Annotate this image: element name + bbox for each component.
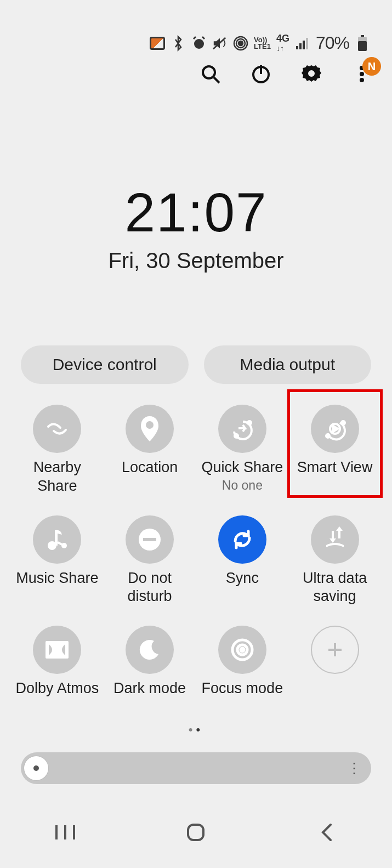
tile-location[interactable]: Location [104,400,196,500]
tile-music-share[interactable]: Music Share [11,511,104,611]
account-badge: N [362,57,381,76]
clock-block: 21:07 Fri, 30 September [0,181,392,273]
svg-point-22 [235,434,238,438]
svg-point-21 [248,421,251,424]
quick-share-icon [229,415,256,442]
svg-rect-41 [188,825,203,840]
svg-line-29 [58,542,64,546]
volte-icon: Vo)) LTE1 [254,37,271,49]
navigation-bar [0,813,392,852]
tile-add[interactable] [288,621,381,702]
svg-point-16 [308,70,315,77]
music-share-icon [44,527,70,552]
mute-vibrate-icon [212,36,228,51]
nav-home[interactable] [174,819,218,846]
svg-rect-7 [303,41,305,49]
search-button[interactable] [197,60,224,88]
tile-label: Sync [226,569,259,588]
dark-mode-icon [138,638,162,662]
tile-smart-view[interactable]: Smart View [288,400,381,500]
svg-point-20 [146,421,154,429]
battery-icon [355,36,370,51]
page-indicator: •• [0,723,392,737]
brightness-menu[interactable]: ⋮ [347,760,360,777]
svg-point-24 [342,421,345,424]
settings-button[interactable] [298,60,325,88]
hotspot-icon [233,36,248,51]
tile-do-not-disturb[interactable]: Do not disturb [104,511,196,611]
brightness-slider[interactable]: ⋮ [21,752,371,784]
focus-icon [229,636,256,663]
dolby-icon [43,639,71,661]
signal-icon [295,36,310,51]
quick-settings-grid: Nearby Share Location Quick Share No one… [11,400,381,702]
smart-view-icon [321,415,349,442]
clock-date: Fri, 30 September [0,248,392,273]
media-output-button[interactable]: Media output [204,345,372,384]
tile-label: Location [122,458,178,477]
cast-icon [150,36,165,51]
svg-point-0 [194,39,204,49]
tile-focus-mode[interactable]: Focus mode [196,621,289,702]
panel-toolbar: N [197,60,376,88]
tile-nearby-share[interactable]: Nearby Share [11,400,104,500]
svg-rect-6 [299,43,302,49]
more-button[interactable]: N [348,60,376,88]
nearby-share-icon [44,416,70,442]
tile-label: Focus mode [202,679,283,698]
nav-back[interactable] [305,819,349,846]
tile-label: Quick Share [202,458,283,477]
svg-rect-9 [361,35,364,37]
brightness-thumb[interactable] [24,756,48,780]
tile-quick-share[interactable]: Quick Share No one [196,400,289,500]
svg-rect-31 [143,538,156,541]
svg-rect-5 [296,46,298,49]
tile-label: Smart View [297,458,373,477]
dnd-icon [136,526,163,553]
tile-sync[interactable]: Sync [196,511,289,611]
svg-rect-8 [306,38,308,49]
svg-point-19 [360,78,364,82]
tile-ultra-data-saving[interactable]: Ultra data saving [288,511,381,611]
svg-point-18 [360,72,364,76]
sync-icon [229,526,256,553]
svg-point-25 [326,434,329,438]
svg-line-13 [214,77,219,83]
tile-dark-mode[interactable]: Dark mode [104,621,196,702]
svg-point-35 [241,648,244,651]
tile-label: Nearby Share [13,458,101,496]
tile-label: Music Share [16,569,98,588]
clock-time: 21:07 [0,181,392,244]
ultra-data-icon [322,526,348,553]
alarm-icon [191,36,207,51]
device-control-button[interactable]: Device control [21,345,189,384]
nav-recents[interactable] [43,819,87,846]
tile-label: Ultra data saving [291,569,379,606]
svg-rect-11 [358,41,367,51]
tile-sublabel: No one [222,478,263,493]
status-bar: Vo)) LTE1 4G↓↑ 70% [150,33,370,53]
power-button[interactable] [247,60,275,88]
tile-label: Dark mode [113,679,186,698]
tile-label: Do not disturb [106,569,194,606]
tile-label: Dolby Atmos [16,679,99,698]
svg-point-2 [238,41,243,46]
tile-dolby-atmos[interactable]: Dolby Atmos [11,621,104,702]
battery-percent: 70% [316,33,349,53]
network-type: 4G↓↑ [276,34,289,52]
control-pill-row: Device control Media output [21,345,371,384]
plus-icon [324,639,346,661]
svg-point-12 [203,66,215,78]
location-icon [139,415,161,442]
bluetooth-icon [171,36,186,51]
